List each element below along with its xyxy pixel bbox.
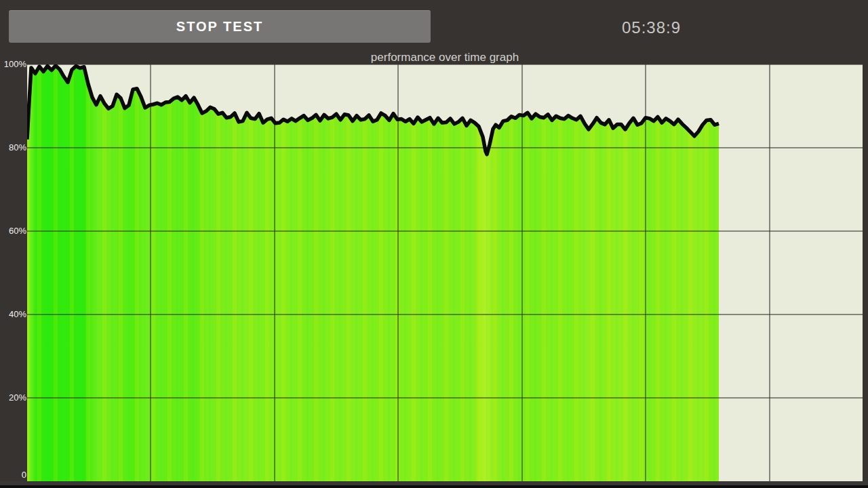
- plot-area: [27, 64, 863, 481]
- y-tick-label: 20%: [1, 392, 26, 403]
- footer-bar: [0, 481, 868, 488]
- right-edge-strip: [863, 64, 868, 481]
- y-tick-label: 60%: [1, 226, 26, 237]
- y-tick-label: 0: [1, 470, 26, 481]
- throttling-test-app-screen: STOP TEST 05:38:9 performance over time …: [0, 0, 868, 488]
- stop-test-button[interactable]: STOP TEST: [9, 10, 431, 43]
- y-tick-label: 100%: [1, 59, 26, 70]
- y-tick-label: 40%: [1, 309, 26, 320]
- header-bar: STOP TEST 05:38:9 performance over time …: [0, 0, 868, 64]
- performance-chart-svg: [27, 64, 863, 481]
- elapsed-timer: 05:38:9: [622, 18, 681, 37]
- y-axis: 100%80%60%40%20%0: [0, 64, 27, 481]
- chart-title: performance over time graph: [27, 51, 863, 64]
- y-tick-label: 80%: [1, 142, 26, 153]
